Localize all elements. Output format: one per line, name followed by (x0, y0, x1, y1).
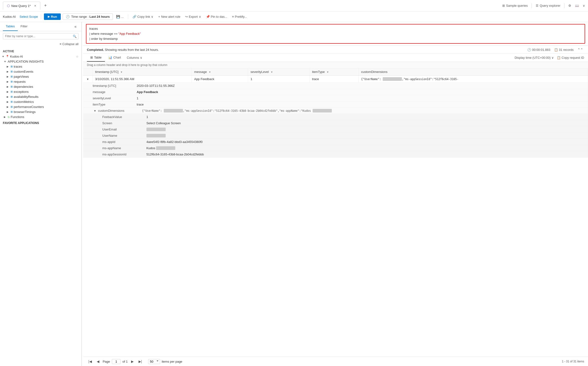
pin-button[interactable]: 📌 Pin to das... (204, 14, 229, 19)
tree-label-exceptions: exceptions (14, 90, 29, 93)
save-button[interactable]: 💾 ... (115, 14, 125, 19)
table-header-row: timestamp [UTC] ▼ message ▼ severityLeve… (83, 68, 588, 76)
query-explorer-label: Query explorer (540, 4, 560, 8)
sidebar-item-browser[interactable]: ▶ ⊞ browserTimings (0, 109, 81, 114)
tree-label-dependencies: dependencies (14, 85, 33, 89)
export-button[interactable]: ↪ Export ∨ (184, 14, 203, 19)
sidebar-item-requests[interactable]: ▶ ⊞ requests (0, 79, 81, 84)
th-itemtype[interactable]: itemType ▼ (309, 68, 359, 76)
new-alert-button[interactable]: + New alert rule (157, 14, 182, 19)
workspace-name: Kudos-AI (3, 15, 16, 18)
row-expand-button[interactable]: ▼ (86, 78, 90, 81)
sidebar-item-exceptions[interactable]: ▶ ⊞ exceptions (0, 89, 81, 94)
filter-icon-timestamp[interactable]: ▼ (120, 71, 123, 73)
detail-value-itemtype: trace (137, 103, 144, 106)
sidebar-controls[interactable]: ≡ Collapse all (0, 41, 81, 47)
time-range-button[interactable]: 🕐 Time range : Last 24 hours (63, 13, 113, 20)
table-icon-dependencies: ⊞ (11, 85, 13, 88)
sub-cell-screen: Screen Select Colleague Screen (83, 120, 588, 126)
filter-input[interactable] (3, 33, 78, 39)
expand-cell[interactable]: ▼ (83, 76, 93, 83)
detail-value-timestamp: 2020-03-10T11:51:55.366Z (137, 84, 174, 88)
filter-icon-message[interactable]: ▼ (209, 71, 211, 73)
filter-icon-itemtype[interactable]: ▼ (327, 71, 329, 73)
more-button[interactable]: ∨ (583, 4, 585, 8)
sidebar-item-traces[interactable]: ▶ ⊞ traces (0, 64, 81, 69)
collapse-results-button[interactable]: ⌃⌃ (576, 47, 584, 52)
results-table: timestamp [UTC] ▼ message ▼ severityLeve… (83, 68, 588, 158)
sidebar-item-availability[interactable]: ▶ ⊞ availabilityResults (0, 94, 81, 99)
expand-icon-custommetrics: ▶ (7, 100, 10, 103)
detail-cell-itemtype: itemType trace (83, 101, 588, 108)
th-customdim[interactable]: customDimensions (359, 68, 588, 76)
editor-line-3: | order by timestamp (89, 37, 582, 41)
toolbar: Kudos-AI Select Scope ▶ Run 🕐 Time range… (0, 12, 588, 22)
th-timestamp[interactable]: timestamp [UTC] ▼ (93, 68, 192, 76)
star-icon[interactable]: ☆ (76, 55, 78, 58)
settings-button[interactable]: ⚙ (568, 4, 571, 8)
sidebar-item-app-insights[interactable]: ▼ APPLICATION INSIGHTS (0, 59, 81, 64)
select-scope-button[interactable]: Select Scope (19, 15, 38, 18)
display-time-button[interactable]: Display time (UTC+00:00) ∨ (515, 56, 554, 60)
page-number-input[interactable] (112, 359, 120, 364)
prev-page-button[interactable]: ◀ (95, 359, 101, 364)
sample-queries-button[interactable]: ⊞ Sample queries (502, 4, 528, 8)
run-button[interactable]: ▶ Run (44, 13, 61, 20)
pin-icon-sidebar: 📍 (6, 55, 9, 58)
view-tab-right: Display time (UTC+00:00) ∨ 📋 Copy reques… (515, 56, 584, 60)
cell-severity: 1 (248, 76, 309, 83)
filter-icon-severity[interactable]: ▼ (271, 71, 273, 73)
columns-button[interactable]: Columns ∨ (124, 54, 145, 61)
th-message[interactable]: message ▼ (192, 68, 248, 76)
sub-label-useremail: UserEmail (102, 128, 146, 131)
save-icon: 💾 (116, 15, 120, 18)
add-tab-button[interactable]: + (42, 2, 49, 9)
book-icon: 📖 (575, 4, 579, 8)
chevron-down-icon-time: ∨ (551, 56, 554, 60)
sidebar-item-functions[interactable]: ▶ fx Functions (0, 114, 81, 119)
chart-icon: 📊 (108, 56, 112, 59)
copy-link-button[interactable]: 🔗 Copy link ∨ (131, 14, 155, 19)
sub-cell-msappname: ms-appName Kudos (83, 145, 588, 151)
th-severity[interactable]: severityLevel ▼ (248, 68, 309, 76)
tab-close-icon[interactable]: ✕ (34, 4, 36, 8)
detail-row-customdim[interactable]: ▼ customDimensions {"UserName": ,"ms-app… (83, 108, 588, 114)
tab-tables[interactable]: Tables (3, 22, 18, 31)
query-tab[interactable]: ⬡ New Query 1* ✕ (3, 2, 40, 10)
table-icon-requests: ⊞ (11, 80, 13, 83)
sidebar-item-pageviews[interactable]: ▶ ⊞ pageViews (0, 74, 81, 79)
completed-label: Completed. (87, 48, 104, 52)
sidebar-item-dependencies[interactable]: ▶ ⊞ dependencies (0, 84, 81, 89)
expand-icon-exceptions: ▶ (7, 91, 10, 93)
sidebar-item-customevents[interactable]: ▶ ⊞ customEvents (0, 69, 81, 74)
sidebar-item-kudos-ai[interactable]: ▼ 📍 Kudos-AI ☆ (0, 54, 81, 59)
next-page-button[interactable]: ▶ (130, 359, 135, 364)
expand-icon-browser: ▶ (7, 111, 10, 113)
first-page-button[interactable]: |◀ (87, 359, 94, 364)
collapse-sidebar-button[interactable]: « (72, 22, 78, 31)
prettify-button[interactable]: ≡ Prettify... (230, 14, 248, 19)
per-page-select[interactable]: 50 100 200 (148, 359, 160, 364)
copy-request-id-button[interactable]: 📋 Copy request ID (557, 56, 584, 60)
sidebar-item-perf[interactable]: ▶ ⊞ performanceCounters (0, 104, 81, 109)
tab-chart[interactable]: 📊 Chart (105, 54, 124, 62)
expand-icon-functions: ▶ (4, 116, 7, 118)
detail-cell-message: message App Feedback (83, 89, 588, 95)
duration-display: 🕐 00:00:01.883 (527, 48, 550, 52)
query-explorer-button[interactable]: ☰ Query explorer (536, 4, 560, 8)
last-page-button[interactable]: ▶| (137, 359, 144, 364)
table-row[interactable]: ▼ 3/10/2020, 11:51:55.366 AM App Feedbac… (83, 76, 588, 83)
query-area: traces | where message == "App Feedback"… (83, 22, 588, 366)
customdim-expand-button[interactable]: ▼ (93, 109, 97, 112)
query-editor[interactable]: traces | where message == "App Feedback"… (86, 24, 585, 44)
tab-filter[interactable]: Filter (18, 22, 31, 31)
tree-label-traces: traces (14, 65, 22, 68)
book-button[interactable]: 📖 (575, 4, 579, 8)
expand-icon-customevents: ▶ (7, 70, 10, 73)
pin-icon: 📌 (206, 15, 210, 18)
func-icon: fx (8, 116, 10, 118)
tab-table[interactable]: ⊞ Table (87, 54, 105, 62)
sidebar-item-custommetrics[interactable]: ▶ ⊞ customMetrics (0, 99, 81, 104)
redacted-appname (313, 109, 332, 113)
cell-message: App Feedback (192, 76, 248, 83)
